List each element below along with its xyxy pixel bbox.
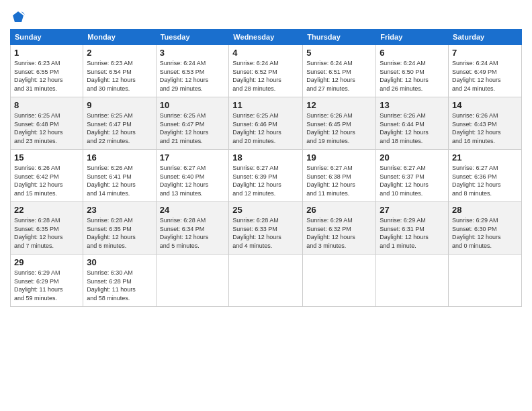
day-info: Sunrise: 6:27 AM Sunset: 6:37 PM Dayligh…: [380, 164, 445, 197]
day-number: 24: [160, 205, 226, 215]
day-cell: 14Sunrise: 6:26 AM Sunset: 6:43 PM Dayli…: [449, 97, 522, 150]
day-info: Sunrise: 6:28 AM Sunset: 6:33 PM Dayligh…: [232, 216, 299, 250]
day-info: Sunrise: 6:24 AM Sunset: 6:52 PM Dayligh…: [232, 59, 299, 93]
day-cell: 17Sunrise: 6:27 AM Sunset: 6:40 PM Dayli…: [156, 150, 229, 202]
day-cell: 26Sunrise: 6:29 AM Sunset: 6:32 PM Dayli…: [303, 202, 376, 255]
page-container: SundayMondayTuesdayWednesdayThursdayFrid…: [0, 0, 532, 314]
day-info: Sunrise: 6:24 AM Sunset: 6:51 PM Dayligh…: [306, 59, 372, 93]
day-info: Sunrise: 6:24 AM Sunset: 6:49 PM Dayligh…: [452, 59, 518, 93]
day-cell: 1Sunrise: 6:23 AM Sunset: 6:55 PM Daylig…: [11, 45, 83, 97]
week-row-2: 8Sunrise: 6:25 AM Sunset: 6:48 PM Daylig…: [11, 97, 522, 150]
day-info: Sunrise: 6:29 AM Sunset: 6:31 PM Dayligh…: [380, 216, 445, 250]
day-cell: 24Sunrise: 6:28 AM Sunset: 6:34 PM Dayli…: [156, 202, 229, 255]
day-info: Sunrise: 6:26 AM Sunset: 6:45 PM Dayligh…: [306, 111, 372, 145]
day-number: 6: [380, 48, 445, 58]
day-cell: 25Sunrise: 6:28 AM Sunset: 6:33 PM Dayli…: [229, 202, 303, 255]
day-number: 11: [232, 100, 299, 110]
day-number: 3: [160, 48, 226, 58]
day-number: 22: [14, 205, 79, 215]
day-cell: 16Sunrise: 6:26 AM Sunset: 6:41 PM Dayli…: [83, 150, 156, 202]
day-number: 5: [306, 48, 372, 58]
day-cell: [303, 255, 376, 307]
day-cell: 8Sunrise: 6:25 AM Sunset: 6:48 PM Daylig…: [11, 97, 83, 150]
day-number: 13: [380, 100, 445, 110]
day-number: 10: [160, 100, 226, 110]
day-info: Sunrise: 6:29 AM Sunset: 6:30 PM Dayligh…: [452, 216, 518, 250]
day-cell: 12Sunrise: 6:26 AM Sunset: 6:45 PM Dayli…: [303, 97, 376, 150]
day-cell: 2Sunrise: 6:23 AM Sunset: 6:54 PM Daylig…: [83, 45, 156, 97]
day-cell: 7Sunrise: 6:24 AM Sunset: 6:49 PM Daylig…: [449, 45, 522, 97]
day-info: Sunrise: 6:26 AM Sunset: 6:44 PM Dayligh…: [380, 111, 445, 145]
day-cell: 5Sunrise: 6:24 AM Sunset: 6:51 PM Daylig…: [303, 45, 376, 97]
day-cell: 13Sunrise: 6:26 AM Sunset: 6:44 PM Dayli…: [376, 97, 449, 150]
day-info: Sunrise: 6:26 AM Sunset: 6:42 PM Dayligh…: [14, 164, 79, 197]
day-cell: 18Sunrise: 6:27 AM Sunset: 6:39 PM Dayli…: [229, 150, 303, 202]
week-row-4: 22Sunrise: 6:28 AM Sunset: 6:35 PM Dayli…: [11, 202, 522, 255]
day-number: 27: [380, 205, 445, 215]
col-header-wednesday: Wednesday: [229, 30, 303, 45]
day-cell: 4Sunrise: 6:24 AM Sunset: 6:52 PM Daylig…: [229, 45, 303, 97]
day-cell: 28Sunrise: 6:29 AM Sunset: 6:30 PM Dayli…: [449, 202, 522, 255]
day-cell: [229, 255, 303, 307]
day-info: Sunrise: 6:27 AM Sunset: 6:36 PM Dayligh…: [452, 164, 518, 197]
svg-marker-0: [13, 11, 24, 22]
col-header-tuesday: Tuesday: [156, 30, 229, 45]
day-number: 29: [14, 257, 79, 267]
col-header-friday: Friday: [376, 30, 449, 45]
day-cell: 27Sunrise: 6:29 AM Sunset: 6:31 PM Dayli…: [376, 202, 449, 255]
day-number: 25: [232, 205, 299, 215]
day-info: Sunrise: 6:24 AM Sunset: 6:50 PM Dayligh…: [380, 59, 445, 93]
day-info: Sunrise: 6:28 AM Sunset: 6:35 PM Dayligh…: [87, 216, 152, 250]
day-info: Sunrise: 6:26 AM Sunset: 6:41 PM Dayligh…: [87, 164, 152, 197]
day-cell: 9Sunrise: 6:25 AM Sunset: 6:47 PM Daylig…: [83, 97, 156, 150]
day-info: Sunrise: 6:30 AM Sunset: 6:28 PM Dayligh…: [87, 269, 152, 302]
day-info: Sunrise: 6:25 AM Sunset: 6:48 PM Dayligh…: [14, 111, 79, 145]
day-number: 28: [452, 205, 518, 215]
day-cell: 19Sunrise: 6:27 AM Sunset: 6:38 PM Dayli…: [303, 150, 376, 202]
day-cell: 3Sunrise: 6:24 AM Sunset: 6:53 PM Daylig…: [156, 45, 229, 97]
day-number: 20: [380, 152, 445, 163]
day-number: 12: [306, 100, 372, 110]
col-header-thursday: Thursday: [303, 30, 376, 45]
col-header-monday: Monday: [83, 30, 156, 45]
day-number: 8: [14, 100, 79, 110]
day-info: Sunrise: 6:25 AM Sunset: 6:47 PM Dayligh…: [160, 111, 226, 145]
day-number: 23: [87, 205, 152, 215]
day-info: Sunrise: 6:25 AM Sunset: 6:47 PM Dayligh…: [87, 111, 152, 145]
day-number: 15: [14, 152, 79, 163]
day-info: Sunrise: 6:29 AM Sunset: 6:32 PM Dayligh…: [306, 216, 372, 250]
day-info: Sunrise: 6:25 AM Sunset: 6:46 PM Dayligh…: [232, 111, 299, 145]
logo-icon: [11, 10, 25, 24]
day-info: Sunrise: 6:27 AM Sunset: 6:40 PM Dayligh…: [160, 164, 226, 197]
day-number: 16: [87, 152, 152, 163]
day-cell: [156, 255, 229, 307]
day-number: 7: [452, 48, 518, 58]
week-row-5: 29Sunrise: 6:29 AM Sunset: 6:29 PM Dayli…: [11, 255, 522, 307]
day-info: Sunrise: 6:28 AM Sunset: 6:35 PM Dayligh…: [14, 216, 79, 250]
day-cell: 20Sunrise: 6:27 AM Sunset: 6:37 PM Dayli…: [376, 150, 449, 202]
day-cell: 23Sunrise: 6:28 AM Sunset: 6:35 PM Dayli…: [83, 202, 156, 255]
day-number: 26: [306, 205, 372, 215]
day-cell: 15Sunrise: 6:26 AM Sunset: 6:42 PM Dayli…: [11, 150, 83, 202]
day-number: 2: [87, 48, 152, 58]
header: [10, 7, 522, 24]
col-header-sunday: Sunday: [11, 30, 83, 45]
day-number: 19: [306, 152, 372, 163]
day-cell: 29Sunrise: 6:29 AM Sunset: 6:29 PM Dayli…: [11, 255, 83, 307]
day-cell: 22Sunrise: 6:28 AM Sunset: 6:35 PM Dayli…: [11, 202, 83, 255]
day-info: Sunrise: 6:23 AM Sunset: 6:55 PM Dayligh…: [14, 59, 79, 93]
day-cell: 6Sunrise: 6:24 AM Sunset: 6:50 PM Daylig…: [376, 45, 449, 97]
day-cell: 11Sunrise: 6:25 AM Sunset: 6:46 PM Dayli…: [229, 97, 303, 150]
day-info: Sunrise: 6:23 AM Sunset: 6:54 PM Dayligh…: [87, 59, 152, 93]
day-number: 17: [160, 152, 226, 163]
day-info: Sunrise: 6:26 AM Sunset: 6:43 PM Dayligh…: [452, 111, 518, 145]
day-info: Sunrise: 6:28 AM Sunset: 6:34 PM Dayligh…: [160, 216, 226, 250]
calendar-table: SundayMondayTuesdayWednesdayThursdayFrid…: [10, 29, 522, 307]
logo: [10, 10, 25, 24]
day-info: Sunrise: 6:24 AM Sunset: 6:53 PM Dayligh…: [160, 59, 226, 93]
col-header-saturday: Saturday: [449, 30, 522, 45]
day-cell: [449, 255, 522, 307]
day-cell: 10Sunrise: 6:25 AM Sunset: 6:47 PM Dayli…: [156, 97, 229, 150]
day-number: 21: [452, 152, 518, 163]
day-number: 30: [87, 257, 152, 267]
